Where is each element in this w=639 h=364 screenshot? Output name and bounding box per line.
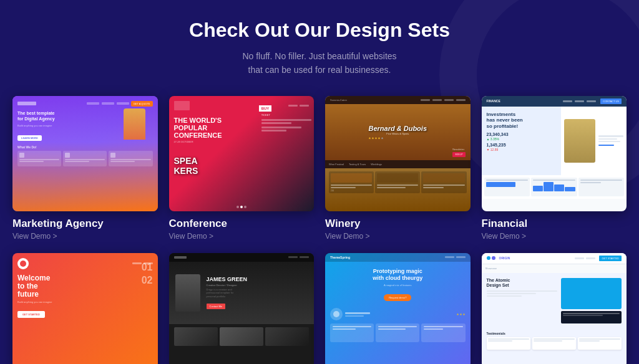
- card-conference[interactable]: BUY TICKET THE WORLD'SPOPULARCONFERENCE …: [169, 96, 315, 241]
- card-grid-row2: Welcometo thefuture Build anything you c…: [12, 253, 627, 364]
- page-header: Check Out Our Design Sets No fluff. No f…: [12, 19, 627, 77]
- card-preview-conference: BUY TICKET THE WORLD'SPOPULARCONFERENCE …: [169, 96, 315, 211]
- page-subtitle: No fluff. No filler. Just beautiful webs…: [12, 49, 627, 77]
- card-grid-row1: GET A QUOTE The best templatefor Digital…: [12, 96, 627, 241]
- card-preview-cloud: ThemeSpring Prototyping magicwith cloud …: [325, 253, 471, 364]
- card-link-financial[interactable]: View Demo >: [482, 232, 627, 241]
- card-link-conference[interactable]: View Demo >: [169, 232, 315, 241]
- card-link-marketing[interactable]: View Demo >: [12, 232, 158, 241]
- card-winery[interactable]: Sommia-Catrer Bernard & Dubois Fine Wine…: [325, 96, 471, 241]
- card-title-winery: Winery: [325, 218, 471, 230]
- card-cloud-app[interactable]: ThemeSpring Prototyping magicwith cloud …: [325, 253, 471, 364]
- card-title-marketing: Marketing Agency: [12, 218, 158, 230]
- card-preview-financial: FINANCE CONTACT US Investmentshas never …: [482, 96, 627, 211]
- card-marketing-agency[interactable]: GET A QUOTE The best templatefor Digital…: [12, 96, 158, 241]
- card-preview-marketing: GET A QUOTE The best templatefor Digital…: [12, 96, 158, 211]
- card-title-financial: Financial: [482, 218, 627, 230]
- card-title-conference: Conference: [169, 218, 315, 230]
- card-dark-portfolio[interactable]: JAMES GREEN Creative Director / Designer…: [169, 253, 315, 364]
- card-link-winery[interactable]: View Demo >: [325, 232, 471, 241]
- page-title: Check Out Our Design Sets: [12, 19, 627, 42]
- card-financial[interactable]: FINANCE CONTACT US Investmentshas never …: [482, 96, 627, 241]
- card-preview-winery: Sommia-Catrer Bernard & Dubois Fine Wine…: [325, 96, 471, 211]
- card-preview-startup: Welcometo thefuture Build anything you c…: [12, 253, 158, 364]
- card-preview-design: ORIGIN GET STARTED Showcase The AtomicDe…: [482, 253, 627, 364]
- card-preview-dark: JAMES GREEN Creative Director / Designer…: [169, 253, 315, 364]
- card-design-set[interactable]: ORIGIN GET STARTED Showcase The AtomicDe…: [482, 253, 627, 364]
- card-startup[interactable]: Welcometo thefuture Build anything you c…: [12, 253, 158, 364]
